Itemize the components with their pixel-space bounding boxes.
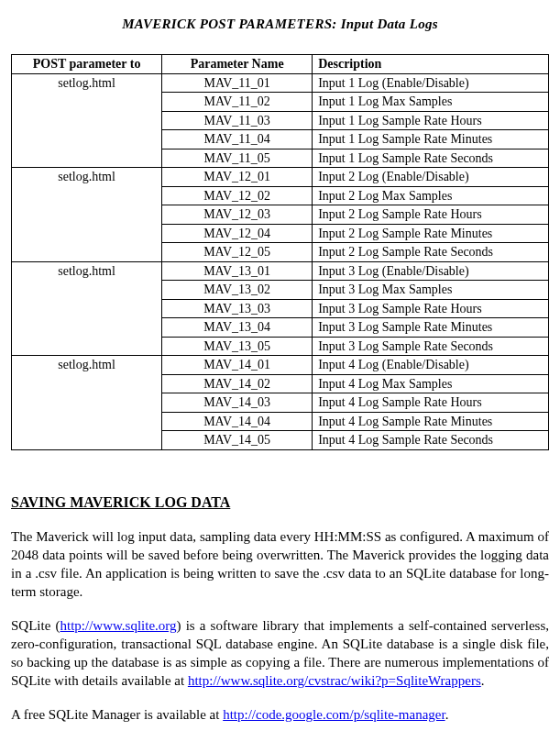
cell-param: MAV_11_05 bbox=[162, 149, 313, 168]
table-row: MAV_12_03Input 2 Log Sample Rate Hours bbox=[12, 205, 549, 225]
table-row: MAV_12_04Input 2 Log Sample Rate Minutes bbox=[12, 224, 549, 243]
cell-desc: Input 2 Log (Enable/Disable) bbox=[313, 168, 549, 187]
cell-post bbox=[12, 299, 162, 318]
cell-post bbox=[12, 243, 162, 262]
cell-param: MAV_13_03 bbox=[162, 299, 313, 318]
table-row: setlog.htmlMAV_13_01Input 3 Log (Enable/… bbox=[12, 261, 549, 281]
table-row: MAV_13_05Input 3 Log Sample Rate Seconds bbox=[12, 337, 549, 356]
table-row: MAV_14_03Input 4 Log Sample Rate Hours bbox=[12, 393, 549, 413]
header-desc: Description bbox=[313, 55, 549, 74]
cell-post: setlog.html bbox=[12, 356, 162, 375]
cell-desc: Input 1 Log Max Samples bbox=[313, 93, 549, 112]
cell-desc: Input 2 Log Sample Rate Hours bbox=[313, 205, 549, 225]
cell-desc: Input 1 Log Sample Rate Hours bbox=[313, 111, 549, 130]
cell-desc: Input 4 Log Sample Rate Minutes bbox=[313, 412, 549, 431]
table-row: setlog.htmlMAV_11_01Input 1 Log (Enable/… bbox=[12, 73, 549, 93]
cell-param: MAV_14_02 bbox=[162, 374, 313, 393]
cell-param: MAV_13_04 bbox=[162, 318, 313, 338]
para2-post: . bbox=[481, 673, 485, 688]
cell-param: MAV_14_03 bbox=[162, 393, 313, 413]
link-sqlite[interactable]: http://www.sqlite.org bbox=[60, 618, 176, 633]
cell-post: setlog.html bbox=[12, 261, 162, 281]
cell-desc: Input 1 Log (Enable/Disable) bbox=[313, 73, 549, 93]
table-row: MAV_11_03Input 1 Log Sample Rate Hours bbox=[12, 111, 549, 130]
cell-post bbox=[12, 205, 162, 225]
table-row: setlog.htmlMAV_14_01Input 4 Log (Enable/… bbox=[12, 356, 549, 375]
table-row: MAV_11_04Input 1 Log Sample Rate Minutes bbox=[12, 130, 549, 149]
cell-param: MAV_14_01 bbox=[162, 356, 313, 375]
cell-desc: Input 3 Log Sample Rate Minutes bbox=[313, 318, 549, 338]
cell-param: MAV_12_01 bbox=[162, 168, 313, 187]
cell-post bbox=[12, 412, 162, 431]
table-row: MAV_14_05Input 4 Log Sample Rate Seconds bbox=[12, 431, 549, 450]
cell-post bbox=[12, 93, 162, 112]
table-row: MAV_14_02Input 4 Log Max Samples bbox=[12, 374, 549, 393]
para3-post: . bbox=[445, 707, 449, 722]
section-heading: SAVING MAVERICK LOG DATA bbox=[11, 494, 549, 511]
table-row: MAV_12_05Input 2 Log Sample Rate Seconds bbox=[12, 243, 549, 262]
cell-desc: Input 3 Log Sample Rate Seconds bbox=[313, 337, 549, 356]
paragraph-1: The Maverick will log input data, sampli… bbox=[11, 527, 549, 602]
header-param: Parameter Name bbox=[162, 55, 313, 74]
cell-desc: Input 2 Log Sample Rate Minutes bbox=[313, 224, 549, 243]
cell-post bbox=[12, 111, 162, 130]
cell-desc: Input 4 Log Sample Rate Seconds bbox=[313, 431, 549, 450]
cell-param: MAV_11_01 bbox=[162, 73, 313, 93]
cell-desc: Input 1 Log Sample Rate Seconds bbox=[313, 149, 549, 168]
table-row: MAV_13_03Input 3 Log Sample Rate Hours bbox=[12, 299, 549, 318]
table-row: MAV_11_05Input 1 Log Sample Rate Seconds bbox=[12, 149, 549, 168]
cell-desc: Input 3 Log Max Samples bbox=[313, 281, 549, 300]
table-row: MAV_11_02Input 1 Log Max Samples bbox=[12, 93, 549, 112]
table-header-row: POST parameter to Parameter Name Descrip… bbox=[12, 55, 549, 74]
cell-desc: Input 1 Log Sample Rate Minutes bbox=[313, 130, 549, 149]
cell-post bbox=[12, 186, 162, 205]
paragraph-3: A free SQLite Manager is available at ht… bbox=[11, 705, 549, 724]
cell-desc: Input 3 Log Sample Rate Hours bbox=[313, 299, 549, 318]
cell-post bbox=[12, 149, 162, 168]
cell-param: MAV_13_02 bbox=[162, 281, 313, 300]
para3-pre: A free SQLite Manager is available at bbox=[11, 707, 223, 722]
page-title: MAVERICK POST PARAMETERS: Input Data Log… bbox=[11, 17, 549, 32]
parameter-table: POST parameter to Parameter Name Descrip… bbox=[11, 54, 549, 450]
cell-desc: Input 3 Log (Enable/Disable) bbox=[313, 261, 549, 281]
cell-param: MAV_12_02 bbox=[162, 186, 313, 205]
cell-param: MAV_12_03 bbox=[162, 205, 313, 225]
cell-post bbox=[12, 337, 162, 356]
table-row: MAV_14_04Input 4 Log Sample Rate Minutes bbox=[12, 412, 549, 431]
cell-param: MAV_11_03 bbox=[162, 111, 313, 130]
cell-post bbox=[12, 393, 162, 413]
header-post: POST parameter to bbox=[12, 55, 162, 74]
cell-post bbox=[12, 130, 162, 149]
cell-post bbox=[12, 431, 162, 450]
link-sqlite-wrappers[interactable]: http://www.sqlite.org/cvstrac/wiki?p=Sql… bbox=[188, 673, 481, 688]
cell-param: MAV_14_04 bbox=[162, 412, 313, 431]
cell-param: MAV_11_02 bbox=[162, 93, 313, 112]
cell-desc: Input 4 Log (Enable/Disable) bbox=[313, 356, 549, 375]
table-row: MAV_13_04Input 3 Log Sample Rate Minutes bbox=[12, 318, 549, 338]
cell-desc: Input 4 Log Max Samples bbox=[313, 374, 549, 393]
table-row: MAV_12_02Input 2 Log Max Samples bbox=[12, 186, 549, 205]
cell-post: setlog.html bbox=[12, 73, 162, 93]
cell-post bbox=[12, 374, 162, 393]
link-sqlite-manager[interactable]: http://code.google.com/p/sqlite-manager bbox=[223, 707, 445, 722]
paragraph-2: SQLite (http://www.sqlite.org) is a soft… bbox=[11, 616, 549, 691]
cell-param: MAV_11_04 bbox=[162, 130, 313, 149]
cell-post bbox=[12, 281, 162, 300]
table-row: setlog.htmlMAV_12_01Input 2 Log (Enable/… bbox=[12, 168, 549, 187]
cell-param: MAV_13_05 bbox=[162, 337, 313, 356]
cell-param: MAV_13_01 bbox=[162, 261, 313, 281]
cell-post bbox=[12, 224, 162, 243]
cell-desc: Input 2 Log Sample Rate Seconds bbox=[313, 243, 549, 262]
cell-param: MAV_14_05 bbox=[162, 431, 313, 450]
para2-pre: SQLite ( bbox=[11, 618, 60, 633]
table-row: MAV_13_02Input 3 Log Max Samples bbox=[12, 281, 549, 300]
cell-desc: Input 2 Log Max Samples bbox=[313, 186, 549, 205]
cell-desc: Input 4 Log Sample Rate Hours bbox=[313, 393, 549, 413]
cell-param: MAV_12_04 bbox=[162, 224, 313, 243]
cell-post: setlog.html bbox=[12, 168, 162, 187]
cell-post bbox=[12, 318, 162, 338]
cell-param: MAV_12_05 bbox=[162, 243, 313, 262]
